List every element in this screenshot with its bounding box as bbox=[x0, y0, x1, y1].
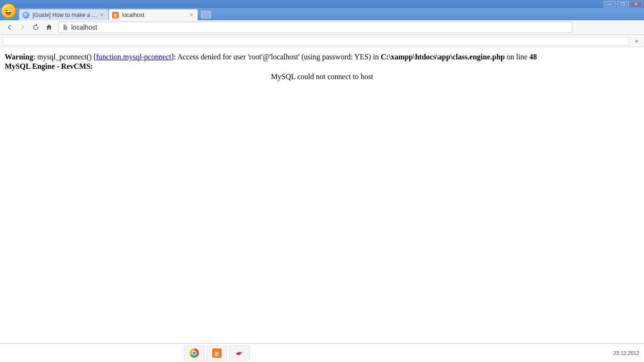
windows-taskbar: ஐ 23.12.2012 bbox=[0, 343, 644, 362]
page-viewport: Warning: mysql_pconnect() [function.mysq… bbox=[0, 47, 644, 330]
taskbar-chrome[interactable] bbox=[184, 346, 205, 361]
tray-date: 23.12.2012 bbox=[613, 350, 639, 356]
globe-icon bbox=[22, 11, 30, 19]
home-icon bbox=[45, 24, 53, 31]
maximize-icon: ❐ bbox=[621, 2, 625, 7]
bookmark-empty-area bbox=[3, 37, 629, 45]
tab-close-icon[interactable]: × bbox=[99, 12, 105, 18]
reload-button[interactable] bbox=[30, 22, 41, 33]
warning-after-link: ]: Access denied for user 'root'@'localh… bbox=[171, 53, 380, 61]
error-message: MySQL could not connect to host bbox=[5, 73, 639, 81]
warning-sep: : bbox=[33, 53, 37, 61]
taskbar-app3[interactable] bbox=[229, 346, 250, 361]
taskbar-apps: ஐ bbox=[184, 344, 250, 362]
browser-tabstrip: 😜 [Guide] How to make a Re × ஐ localhost… bbox=[0, 8, 644, 20]
xampp-icon: ஐ bbox=[212, 348, 222, 358]
window-minimize-button[interactable]: — bbox=[603, 1, 616, 8]
back-button[interactable] bbox=[4, 22, 15, 33]
bookmark-overflow-button[interactable]: » bbox=[632, 38, 641, 44]
close-icon: ✕ bbox=[634, 2, 638, 7]
system-tray: 23.12.2012 bbox=[613, 350, 644, 356]
minimize-icon: — bbox=[608, 2, 612, 7]
warning-func: mysql_pconnect() [ bbox=[37, 53, 96, 61]
home-button[interactable] bbox=[43, 22, 55, 33]
url-input[interactable] bbox=[71, 24, 569, 31]
tab-close-icon[interactable]: × bbox=[188, 12, 195, 18]
tab-title: localhost bbox=[122, 12, 188, 18]
browser-toolbar bbox=[0, 20, 644, 35]
warning-on-line: on line bbox=[505, 53, 529, 61]
reload-icon bbox=[32, 24, 40, 31]
tab-localhost[interactable]: ஐ localhost × bbox=[108, 9, 198, 20]
address-bar[interactable] bbox=[58, 22, 572, 33]
bird-icon bbox=[235, 348, 244, 358]
arrow-right-icon bbox=[19, 24, 26, 31]
taskbar-left-spacer bbox=[0, 344, 184, 362]
warning-label: Warning bbox=[5, 53, 33, 61]
page-icon bbox=[62, 24, 68, 31]
xampp-icon: ஐ bbox=[112, 11, 119, 19]
window-titlebar: — ❐ ✕ bbox=[0, 0, 644, 8]
function-link[interactable]: function.mysql-pconnect bbox=[96, 53, 172, 61]
chrome-icon bbox=[190, 348, 199, 358]
arrow-left-icon bbox=[6, 24, 13, 31]
window-controls: — ❐ ✕ bbox=[603, 1, 642, 8]
new-tab-button[interactable] bbox=[201, 11, 211, 18]
engine-heading: MySQL Engine - RevCMS: bbox=[5, 62, 639, 71]
taskbar-xampp[interactable]: ஐ bbox=[206, 346, 227, 361]
window-close-button[interactable]: ✕ bbox=[630, 1, 642, 8]
tray-clock[interactable]: 23.12.2012 bbox=[613, 350, 639, 356]
warning-file: C:\xampp\htdocs\app\class.engine.php bbox=[381, 53, 505, 61]
forward-button[interactable] bbox=[17, 22, 28, 33]
warning-line-number: 48 bbox=[529, 53, 537, 61]
tab-guide[interactable]: [Guide] How to make a Re × bbox=[19, 9, 108, 20]
smiley-avatar-icon[interactable]: 😜 bbox=[1, 3, 16, 18]
bookmark-bar: » bbox=[0, 35, 644, 47]
tab-title: [Guide] How to make a Re bbox=[33, 12, 99, 18]
php-warning-line: Warning: mysql_pconnect() [function.mysq… bbox=[5, 53, 639, 61]
window-maximize-button[interactable]: ❐ bbox=[617, 1, 629, 8]
